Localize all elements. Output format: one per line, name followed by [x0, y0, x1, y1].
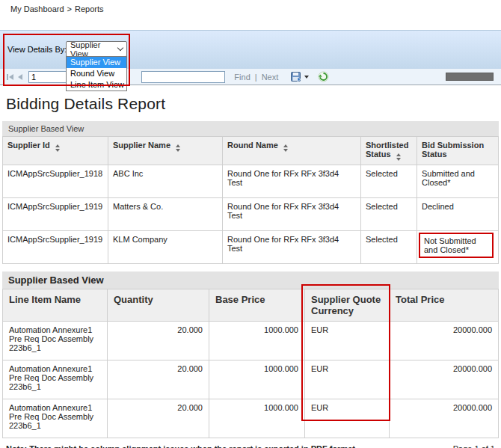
line-item-table: Line Item Name Quantity Base Price Suppl…: [2, 289, 499, 438]
horizontal-scrollbar-thumb[interactable]: [446, 73, 494, 81]
cell-total-price: 20000.000: [390, 399, 499, 438]
cell-supplier-quote-currency: EUR: [305, 399, 390, 438]
export-dropdown-caret-icon: [304, 76, 309, 79]
refresh-button[interactable]: [318, 71, 329, 82]
report-footer: Note: There might be column alignment is…: [2, 438, 499, 448]
cell-line-item-name: Automation Annexure1 Pre Req Doc Assembl…: [3, 399, 108, 438]
page-title: Bidding Details Report: [6, 95, 499, 113]
column-header-supplier-quote-currency: Supplier Quote Currency: [305, 289, 390, 322]
cell-base-price: 1000.000: [209, 360, 305, 399]
supplier-table: Supplier Id Supplier Name Round Name Sho…: [2, 136, 499, 264]
previous-page-button[interactable]: [16, 74, 25, 80]
report-viewer-toolbar-area: View Details By: Supplier View of 1 Find…: [0, 30, 501, 85]
cell-supplier-id: ICMAppSrcSupplier_1918: [3, 165, 108, 198]
next-link[interactable]: Next: [262, 73, 279, 82]
column-header-bid-submission-status: Bid Submission Status: [417, 137, 499, 165]
current-page-input[interactable]: [28, 71, 70, 83]
sort-icon[interactable]: [55, 144, 60, 152]
status-text: Not Submitted and Closed*: [424, 236, 476, 254]
column-header-total-price: Total Price: [390, 289, 499, 322]
table-row: Automation Annexure1 Pre Req Doc Assembl…: [3, 399, 499, 438]
table-header-row: Supplier Id Supplier Name Round Name Sho…: [3, 137, 499, 165]
sort-icon[interactable]: [176, 144, 180, 152]
column-header-round-name[interactable]: Round Name: [223, 137, 361, 165]
footer-note: Note: There might be column alignment is…: [6, 444, 357, 448]
cell-bid-submission-status: Declined: [417, 198, 499, 231]
previous-page-icon: [18, 74, 22, 80]
column-header-supplier-id[interactable]: Supplier Id: [3, 137, 108, 165]
refresh-icon: [318, 71, 329, 82]
cell-quantity: 20.000: [108, 322, 209, 360]
cell-supplier-quote-currency: EUR: [305, 322, 390, 360]
cell-round-name: Round One for RFx RFx 3f3d4 Test: [223, 231, 361, 264]
column-header-shortlisted-status[interactable]: Shortlisted Status: [361, 137, 417, 165]
cell-quantity: 20.000: [108, 360, 209, 399]
cell-supplier-name: Matters & Co.: [108, 198, 223, 231]
column-header-quantity: Quantity: [108, 289, 209, 322]
find-next-separator: |: [255, 73, 257, 82]
view-details-by-label: View Details By:: [7, 45, 67, 54]
line-item-section: Supplier Based View Line Item Name Quant…: [2, 271, 499, 438]
cell-supplier-name: ABC Inc: [108, 165, 223, 198]
cell-bid-submission-status: Not Submitted and Closed*: [417, 231, 499, 264]
cell-total-price: 20000.000: [390, 322, 499, 360]
breadcrumb-link-dashboard[interactable]: My Dashboard: [10, 4, 64, 13]
first-page-icon: [7, 74, 8, 80]
dropdown-option-supplier-view[interactable]: Supplier View: [67, 57, 126, 68]
table-header-row: Line Item Name Quantity Base Price Suppl…: [3, 289, 499, 322]
table-row: Automation Annexure1 Pre Req Doc Assembl…: [3, 360, 499, 399]
dropdown-option-line-item-view[interactable]: Line Item View: [67, 79, 126, 90]
table-row: Automation Annexure1 Pre Req Doc Assembl…: [3, 322, 499, 360]
column-label: Supplier Id: [7, 141, 50, 150]
column-header-base-price: Base Price: [209, 289, 305, 322]
sort-icon[interactable]: [283, 144, 288, 152]
breadcrumb: My Dashboard>Reports: [0, 0, 501, 16]
cell-shortlisted-status: Selected: [361, 231, 417, 264]
section-header-supplier-based-view-1: Supplier Based View: [2, 121, 499, 136]
view-details-dropdown-menu: Supplier View Round View Line Item View: [66, 56, 127, 91]
table-row: ICMAppSrcSupplier_1919 KLM Company Round…: [3, 231, 499, 264]
cell-round-name: Round One for RFx RFx 3f3d4 Test: [223, 198, 361, 231]
column-label: Bid Submission Status: [422, 141, 484, 159]
cell-bid-submission-status: Submitted and Closed*: [417, 165, 499, 198]
view-details-selected-value: Supplier View: [70, 40, 118, 58]
cell-total-price: 20000.000: [390, 360, 499, 399]
cell-line-item-name: Automation Annexure1 Pre Req Doc Assembl…: [3, 360, 108, 399]
column-header-line-item-name: Line Item Name: [3, 289, 108, 322]
page-indicator: Page 1 of 1: [453, 444, 495, 448]
view-details-select[interactable]: Supplier View: [66, 41, 127, 57]
export-button[interactable]: [290, 71, 310, 82]
report-body: Bidding Details Report Supplier Based Vi…: [0, 95, 501, 448]
find-text-input[interactable]: [141, 71, 225, 83]
breadcrumb-link-reports[interactable]: Reports: [75, 4, 104, 13]
breadcrumb-separator: >: [67, 4, 72, 13]
table-row: ICMAppSrcSupplier_1919 Matters & Co. Rou…: [3, 198, 499, 231]
sort-icon[interactable]: [396, 153, 401, 161]
cell-shortlisted-status: Selected: [361, 165, 417, 198]
find-next-controls: Find|Next: [234, 73, 278, 82]
dropdown-option-round-view[interactable]: Round View: [67, 68, 126, 79]
export-disk-icon: [290, 71, 301, 82]
cell-base-price: 1000.000: [209, 322, 305, 360]
table-row: ICMAppSrcSupplier_1918 ABC Inc Round One…: [3, 165, 499, 198]
column-label: Shortlisted Status: [366, 141, 408, 159]
cell-quantity: 20.000: [108, 399, 209, 438]
cell-supplier-name: KLM Company: [108, 231, 223, 264]
cell-supplier-id: ICMAppSrcSupplier_1919: [3, 198, 108, 231]
cell-supplier-id: ICMAppSrcSupplier_1919: [3, 231, 108, 264]
cell-supplier-quote-currency: EUR: [305, 360, 390, 399]
first-page-icon-arrow: [9, 74, 13, 80]
section-header-supplier-based-view-2: Supplier Based View: [2, 271, 499, 289]
column-header-supplier-name[interactable]: Supplier Name: [108, 137, 223, 165]
annotation-red-box-status-cell: Not Submitted and Closed*: [419, 233, 494, 258]
column-label: Round Name: [227, 141, 278, 150]
cell-shortlisted-status: Selected: [361, 198, 417, 231]
first-page-button[interactable]: [4, 74, 16, 80]
cell-line-item-name: Automation Annexure1 Pre Req Doc Assembl…: [3, 322, 108, 360]
cell-round-name: Round One for RFx RFx 3f3d4 Test: [223, 165, 361, 198]
column-label: Supplier Name: [113, 141, 170, 150]
find-link[interactable]: Find: [234, 73, 250, 82]
cell-base-price: 1000.000: [209, 399, 305, 438]
